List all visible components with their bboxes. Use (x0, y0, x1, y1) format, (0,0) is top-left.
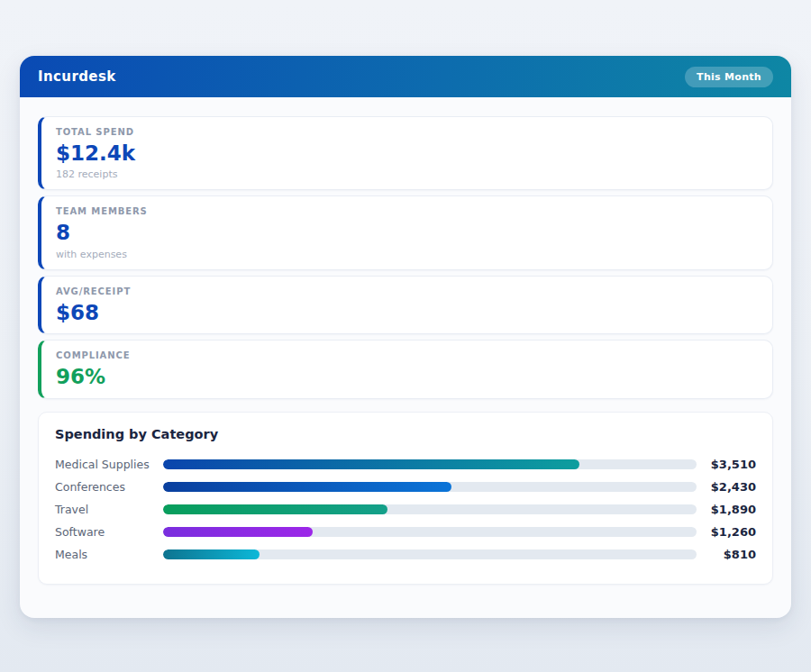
panel-body: TOTAL SPEND$12.4k182 receiptsTEAM MEMBER… (20, 97, 791, 585)
category-bar-track (163, 504, 697, 514)
stat-card: AVG/RECEIPT$68 (38, 276, 773, 334)
category-label: Medical Supplies (55, 458, 163, 471)
category-rows: Medical Supplies$3,510Conferences$2,430T… (55, 453, 756, 566)
section-title: Spending by Category (55, 427, 756, 441)
category-label: Meals (55, 548, 163, 561)
category-bar-fill (163, 482, 451, 492)
category-value: $1,260 (697, 525, 756, 539)
category-label: Software (55, 525, 163, 539)
stats-list: TOTAL SPEND$12.4k182 receiptsTEAM MEMBER… (38, 116, 773, 399)
stat-card: TOTAL SPEND$12.4k182 receipts (38, 116, 773, 190)
category-row: Meals$810 (55, 543, 756, 566)
stat-card: TEAM MEMBERS8with expenses (38, 195, 773, 269)
category-card: Spending by Category Medical Supplies$3,… (38, 412, 773, 585)
period-badge[interactable]: This Month (685, 67, 773, 87)
stat-label: AVG/RECEIPT (56, 286, 758, 296)
stat-value: $12.4k (56, 141, 758, 165)
stat-label: TEAM MEMBERS (56, 206, 758, 216)
category-row: Medical Supplies$3,510 (55, 453, 756, 476)
category-row: Conferences$2,430 (55, 476, 756, 498)
category-label: Conferences (55, 480, 163, 494)
category-value: $810 (697, 548, 756, 561)
stat-subtitle: with expenses (56, 249, 758, 260)
category-bar-track (163, 459, 697, 469)
stat-value: 8 (56, 221, 758, 244)
stat-value: $68 (56, 301, 758, 324)
category-bar-fill (163, 527, 313, 537)
stat-label: TOTAL SPEND (56, 127, 758, 137)
category-bar-fill (163, 549, 260, 559)
stat-value: 96% (56, 365, 758, 388)
category-value: $2,430 (697, 480, 756, 494)
category-bar-track (163, 482, 697, 492)
dashboard-panel: Incurdesk This Month TOTAL SPEND$12.4k18… (20, 56, 791, 618)
stat-card: COMPLIANCE96% (38, 340, 773, 398)
app-header: Incurdesk This Month (20, 56, 791, 97)
category-value: $1,890 (697, 503, 756, 516)
app-title: Incurdesk (38, 68, 116, 85)
category-bar-fill (163, 459, 579, 469)
category-bar-track (163, 549, 697, 559)
category-row: Software$1,260 (55, 521, 756, 543)
category-row: Travel$1,890 (55, 498, 756, 521)
category-bar-track (163, 527, 697, 537)
category-label: Travel (55, 503, 163, 516)
category-bar-fill (163, 504, 387, 514)
stat-subtitle: 182 receipts (56, 168, 758, 180)
stat-label: COMPLIANCE (56, 350, 758, 360)
category-value: $3,510 (697, 458, 756, 471)
